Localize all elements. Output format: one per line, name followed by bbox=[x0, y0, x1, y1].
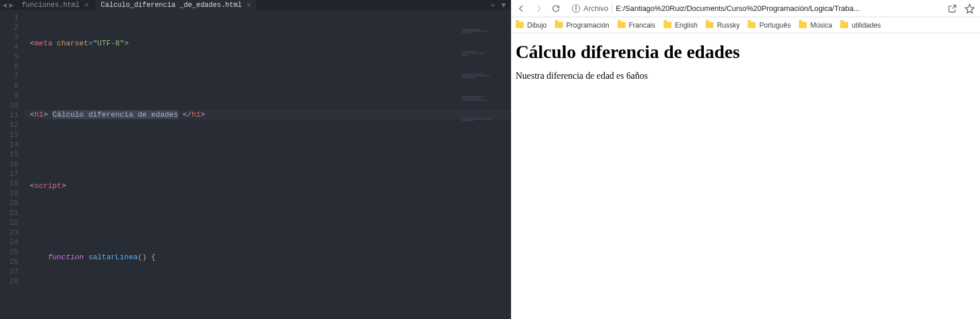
line-number: 28 bbox=[0, 276, 24, 286]
editor-body[interactable]: 1234567891011121314151617181920212223242… bbox=[0, 10, 510, 319]
tab-title: funciones.html bbox=[22, 1, 80, 9]
code-token: () { bbox=[138, 253, 155, 262]
code-token: "UTF-8" bbox=[93, 39, 124, 48]
url-scheme-label: Archivo bbox=[584, 4, 608, 13]
line-number: 5 bbox=[0, 52, 24, 62]
divider bbox=[612, 4, 612, 13]
line-number: 10 bbox=[0, 101, 24, 110]
line-number: 13 bbox=[0, 130, 24, 140]
minimap[interactable] bbox=[462, 11, 508, 52]
folder-icon bbox=[748, 22, 756, 28]
tab-bar-actions: ＋ ▼ bbox=[485, 0, 510, 10]
code-token: script bbox=[35, 182, 62, 190]
add-tab-icon[interactable]: ＋ bbox=[489, 0, 497, 10]
reload-button[interactable] bbox=[549, 2, 563, 16]
editor-tab-bar: ◀ ▶ funciones.html × Calculo_diferencia … bbox=[0, 0, 510, 10]
code-token: < bbox=[30, 110, 35, 119]
line-number: 12 bbox=[0, 120, 24, 130]
code-token: < bbox=[30, 182, 35, 190]
back-button[interactable] bbox=[514, 2, 528, 16]
bookmark-label: Música bbox=[810, 21, 832, 29]
editor-tab-calculo[interactable]: Calculo_diferencia _de_edades.html × bbox=[95, 0, 257, 10]
bookmark-label: utilidades bbox=[852, 21, 881, 29]
tab-nav-forward-icon[interactable]: ▶ bbox=[9, 1, 14, 10]
page-body-text: Nuestra diferencia de edad es 6años bbox=[516, 71, 975, 81]
line-number: 7 bbox=[0, 71, 24, 81]
line-number: 23 bbox=[0, 228, 24, 237]
line-number: 8 bbox=[0, 81, 24, 91]
bookmark-item[interactable]: utilidades bbox=[840, 21, 881, 29]
bookmark-item[interactable]: Russky bbox=[706, 21, 739, 29]
code-token: > bbox=[43, 110, 48, 119]
code-token: saltarLinea bbox=[88, 253, 138, 262]
line-number: 15 bbox=[0, 149, 24, 159]
line-number: 24 bbox=[0, 237, 24, 247]
folder-icon bbox=[663, 22, 672, 28]
site-info-icon[interactable]: i bbox=[572, 5, 580, 13]
address-bar[interactable]: i Archivo E:/Santiago%20Ruiz/Documents/C… bbox=[566, 2, 942, 16]
page-heading: Cálculo diferencia de edades bbox=[516, 41, 975, 63]
bookmark-item[interactable]: Francais bbox=[617, 21, 655, 29]
code-token: > bbox=[124, 39, 129, 48]
tab-nav: ◀ ▶ bbox=[0, 0, 16, 10]
bookmark-label: Programación bbox=[566, 21, 609, 29]
bookmark-label: Russky bbox=[717, 21, 739, 29]
tab-menu-icon[interactable]: ▼ bbox=[501, 1, 506, 10]
line-number: 19 bbox=[0, 189, 24, 198]
code-token: < bbox=[30, 39, 35, 48]
close-icon[interactable]: × bbox=[246, 1, 251, 10]
editor-tab-funciones[interactable]: funciones.html × bbox=[16, 0, 96, 10]
line-number: 6 bbox=[0, 62, 24, 71]
code-token: > bbox=[62, 182, 66, 190]
folder-icon bbox=[706, 22, 714, 28]
bookmark-label: English bbox=[675, 21, 697, 29]
bookmark-label: Francais bbox=[629, 21, 655, 29]
line-gutter: 1234567891011121314151617181920212223242… bbox=[0, 10, 24, 319]
line-number: 22 bbox=[0, 218, 24, 228]
folder-icon bbox=[840, 22, 848, 28]
bookmark-item[interactable]: Português bbox=[748, 21, 791, 29]
code-selection: Cálculo diferencia de edades bbox=[52, 110, 178, 119]
line-number: 14 bbox=[0, 140, 24, 149]
code-token: meta bbox=[35, 39, 52, 48]
bookmark-star-button[interactable] bbox=[963, 2, 977, 16]
bookmark-label: Português bbox=[759, 21, 791, 29]
bookmarks-bar: DibujoProgramaciónFrancaisEnglishRusskyP… bbox=[511, 17, 980, 33]
browser-pane: i Archivo E:/Santiago%20Ruiz/Documents/C… bbox=[511, 0, 980, 319]
folder-icon bbox=[617, 22, 626, 28]
line-number: 3 bbox=[0, 32, 24, 42]
browser-toolbar: i Archivo E:/Santiago%20Ruiz/Documents/C… bbox=[511, 0, 980, 17]
tab-nav-back-icon[interactable]: ◀ bbox=[2, 1, 7, 10]
line-number: 26 bbox=[0, 257, 24, 267]
code-token: </ bbox=[182, 110, 192, 119]
bookmark-item[interactable]: Música bbox=[799, 21, 832, 29]
url-text: E:/Santiago%20Ruiz/Documents/Curso%20Pro… bbox=[616, 4, 936, 13]
share-button[interactable] bbox=[945, 2, 959, 16]
code-area[interactable]: <meta charset="UTF-8"> <h1> Cálculo dife… bbox=[24, 10, 510, 319]
line-number: 11 bbox=[0, 110, 24, 120]
line-number: 9 bbox=[0, 91, 24, 101]
line-number: 1 bbox=[0, 13, 24, 22]
line-number: 21 bbox=[0, 208, 24, 218]
bookmark-item[interactable]: Dibujo bbox=[516, 21, 547, 29]
page-content: Cálculo diferencia de edades Nuestra dif… bbox=[511, 33, 980, 319]
code-token: > bbox=[201, 110, 205, 119]
code-token: function bbox=[48, 253, 83, 262]
line-number: 2 bbox=[0, 22, 24, 32]
bookmark-item[interactable]: Programación bbox=[555, 21, 609, 29]
line-number: 4 bbox=[0, 42, 24, 52]
close-icon[interactable]: × bbox=[84, 1, 89, 10]
line-number: 17 bbox=[0, 169, 24, 179]
line-number: 18 bbox=[0, 179, 24, 189]
line-number: 16 bbox=[0, 159, 24, 169]
folder-icon bbox=[516, 22, 524, 28]
bookmark-item[interactable]: English bbox=[663, 21, 697, 29]
bookmark-label: Dibujo bbox=[527, 21, 547, 29]
forward-button[interactable] bbox=[532, 2, 546, 16]
tab-title: Calculo_diferencia _de_edades.html bbox=[101, 1, 242, 9]
editor-pane: ◀ ▶ funciones.html × Calculo_diferencia … bbox=[0, 0, 511, 319]
code-token: charset bbox=[57, 39, 89, 48]
folder-icon bbox=[555, 22, 563, 28]
code-token: h1 bbox=[35, 110, 44, 119]
folder-icon bbox=[799, 22, 807, 28]
